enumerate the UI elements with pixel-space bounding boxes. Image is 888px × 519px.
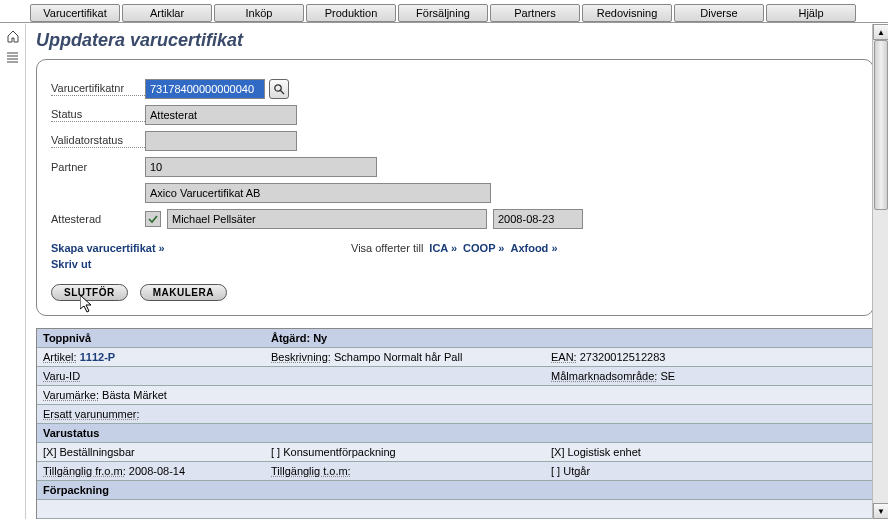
- valstatus-label: Validatorstatus: [51, 134, 145, 148]
- avail-from-label: Tillgänglig fr.o.m:: [43, 465, 126, 477]
- menu-artiklar[interactable]: Artiklar: [122, 4, 212, 22]
- scroll-down-button[interactable]: ▼: [873, 503, 888, 519]
- attest-date-field: 2008-08-23: [493, 209, 583, 229]
- vertical-scrollbar[interactable]: ▲ ▼: [872, 24, 888, 519]
- logistic-checkbox: [X] Logistisk enhet: [545, 443, 873, 461]
- status-label: Status: [51, 108, 145, 122]
- detail-head-right: Åtgärd: Ny: [271, 332, 551, 344]
- forpack-section: Förpackning: [37, 481, 873, 500]
- detail-head-left: Toppnivå: [43, 332, 271, 344]
- avail-from-value: 2008-08-14: [129, 465, 185, 477]
- expires-checkbox: [ ] Utgår: [545, 462, 873, 480]
- brand-value: Bästa Märket: [102, 389, 167, 401]
- left-toolbar: [0, 24, 26, 519]
- print-link[interactable]: Skriv ut: [51, 258, 351, 270]
- partner-id-field[interactable]: 10: [145, 157, 377, 177]
- order-checkbox: [X] Beställningsbar: [37, 443, 265, 461]
- svg-line-5: [281, 91, 285, 95]
- attest-person-field: Michael Pellsäter: [167, 209, 487, 229]
- partner-label: Partner: [51, 161, 145, 173]
- home-icon[interactable]: [3, 27, 23, 45]
- beskr-value: Schampo Normalt hår Pall: [334, 351, 462, 363]
- scroll-up-button[interactable]: ▲: [873, 24, 888, 40]
- attest-label: Attesterad: [51, 213, 145, 225]
- svg-point-4: [275, 85, 281, 91]
- market-label: Målmarknadsområde:: [551, 370, 657, 382]
- ean-label: EAN:: [551, 351, 577, 363]
- menu-forsaljning[interactable]: Försäljning: [398, 4, 488, 22]
- menu-diverse[interactable]: Diverse: [674, 4, 764, 22]
- finish-button[interactable]: SLUTFÖR: [51, 284, 128, 301]
- search-icon: [273, 83, 285, 95]
- partner-name-field: Axico Varucertifikat AB: [145, 183, 491, 203]
- menu-inkop[interactable]: Inköp: [214, 4, 304, 22]
- cert-field[interactable]: 73178400000000040: [145, 79, 265, 99]
- detail-table: Toppnivå Åtgärd: Ny Artikel: 1112-P Besk…: [36, 328, 874, 519]
- consumer-checkbox: [ ] Konsumentförpackning: [265, 443, 545, 461]
- cancel-button[interactable]: MAKULERA: [140, 284, 227, 301]
- market-value: SE: [660, 370, 675, 382]
- axfood-link[interactable]: Axfood »: [510, 242, 557, 254]
- scroll-thumb[interactable]: [874, 40, 888, 210]
- status-field: Attesterat: [145, 105, 297, 125]
- create-cert-link[interactable]: Skapa varucertifikat »: [51, 242, 351, 254]
- check-icon: [148, 214, 158, 224]
- menu-hjalp[interactable]: Hjälp: [766, 4, 856, 22]
- menu-varucertifikat[interactable]: Varucertifikat: [30, 4, 120, 22]
- avail-to-label: Tillgänglig t.o.m:: [271, 465, 351, 477]
- artikel-label: Artikel:: [43, 351, 77, 363]
- replace-label: Ersatt varunummer:: [43, 408, 140, 420]
- attest-checkbox[interactable]: [145, 211, 161, 227]
- ica-link[interactable]: ICA »: [429, 242, 457, 254]
- beskr-label: Beskrivning:: [271, 351, 331, 363]
- show-offers-label: Visa offerter till: [351, 242, 423, 254]
- list-icon[interactable]: [3, 48, 23, 66]
- top-menu: Varucertifikat Artiklar Inköp Produktion…: [0, 0, 888, 23]
- varustatus-section: Varustatus: [37, 424, 873, 443]
- page-title: Uppdatera varucertifikat: [36, 30, 874, 51]
- brand-label: Varumärke:: [43, 389, 99, 401]
- menu-partners[interactable]: Partners: [490, 4, 580, 22]
- main-content: Uppdatera varucertifikat Varucertifikatn…: [26, 24, 884, 519]
- menu-produktion[interactable]: Produktion: [306, 4, 396, 22]
- ean-value: 27320012512283: [580, 351, 666, 363]
- cert-label: Varucertifikatnr: [51, 82, 145, 96]
- coop-link[interactable]: COOP »: [463, 242, 504, 254]
- form-panel: Varucertifikatnr 73178400000000040 Statu…: [36, 59, 874, 316]
- menu-redovisning[interactable]: Redovisning: [582, 4, 672, 22]
- search-button[interactable]: [269, 79, 289, 99]
- artikel-link[interactable]: 1112-P: [80, 351, 115, 363]
- valstatus-field: [145, 131, 297, 151]
- varuid-label: Varu-ID: [43, 370, 80, 382]
